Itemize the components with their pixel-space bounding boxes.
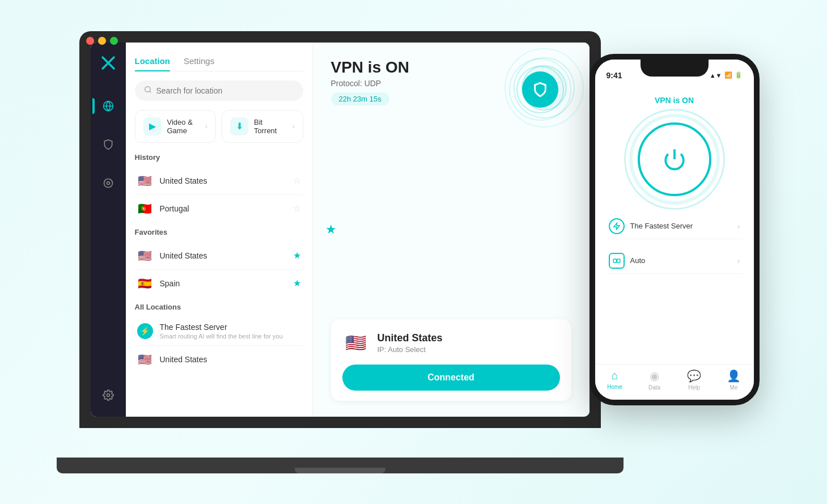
svg-point-4 xyxy=(107,393,109,396)
video-game-icon: ▶ xyxy=(143,117,162,135)
sidebar-item-dns[interactable] xyxy=(97,172,120,194)
phone-nav-me-label: Me xyxy=(730,384,738,391)
portugal-flag-history: 🇵🇹 xyxy=(137,201,153,217)
phone-fastest-server-arrow-icon: › xyxy=(737,222,740,231)
history-item-us[interactable]: 🇺🇸 United States ☆ xyxy=(135,167,303,195)
phone-auto-arrow-icon: › xyxy=(737,256,740,265)
phone-nav-home[interactable]: ⌂ Home xyxy=(595,369,635,391)
fastest-server-row[interactable]: ⚡ The Fastest Server Smart routing AI wi… xyxy=(135,317,303,346)
us-name-all: United States xyxy=(160,355,301,364)
laptop-body: Location Settings xyxy=(79,31,601,428)
traffic-lights xyxy=(86,37,118,45)
portugal-star-history[interactable]: ☆ xyxy=(293,203,301,214)
phone-power-inner xyxy=(638,122,711,196)
us-name-history: United States xyxy=(160,176,286,185)
bittorrent-arrow-icon: › xyxy=(292,122,295,130)
favorites-item-us[interactable]: 🇺🇸 United States ★ xyxy=(135,242,303,270)
sidebar-item-locations[interactable] xyxy=(97,95,120,117)
phone-power-button[interactable] xyxy=(649,134,700,185)
laptop: Location Settings xyxy=(79,31,601,473)
connection-details: United States IP: Auto Select xyxy=(378,332,560,354)
fastest-server-title: The Fastest Server xyxy=(160,323,301,332)
all-locations-us-partial[interactable]: 🇺🇸 United States xyxy=(135,346,303,373)
filter-bittorrent[interactable]: ⬇ Bit Torrent › xyxy=(222,110,303,143)
phone-nav-data[interactable]: ◉ Data xyxy=(635,369,675,391)
traffic-light-green[interactable] xyxy=(110,37,118,45)
phone-screen: 9:41 ▲▼ 📶 🔋 VPN is ON xyxy=(595,60,754,400)
svg-rect-10 xyxy=(617,259,620,262)
phone-nav-data-label: Data xyxy=(648,384,660,391)
left-panel: Location Settings xyxy=(126,43,313,417)
sidebar-item-settings[interactable] xyxy=(97,384,120,406)
connection-country: United States xyxy=(378,332,560,344)
phone-vpn-label: VPN is ON xyxy=(655,96,694,105)
search-icon xyxy=(144,86,152,96)
shield-circle xyxy=(522,71,558,108)
svg-point-3 xyxy=(104,179,112,187)
phone-auto-icon xyxy=(609,253,625,269)
us-name-fav: United States xyxy=(160,251,286,260)
phone: 9:41 ▲▼ 📶 🔋 VPN is ON xyxy=(589,54,760,405)
video-game-arrow-icon: › xyxy=(205,122,207,130)
phone-auto-row[interactable]: Auto › xyxy=(607,248,743,274)
phone-fastest-server-icon xyxy=(609,218,625,234)
spain-star-fav[interactable]: ★ xyxy=(293,278,301,289)
favorites-item-spain[interactable]: 🇪🇸 Spain ★ xyxy=(135,270,303,297)
phone-time: 9:41 xyxy=(607,71,622,80)
laptop-base xyxy=(57,458,624,473)
help-icon: 💬 xyxy=(687,369,701,383)
phone-notch xyxy=(641,60,709,77)
svg-point-2 xyxy=(107,181,109,184)
spain-name-fav: Spain xyxy=(160,279,286,288)
phone-auto-label: Auto xyxy=(630,256,732,265)
app-main: Location Settings xyxy=(126,43,589,417)
fastest-server-icon: ⚡ xyxy=(137,323,153,339)
profile-icon: 👤 xyxy=(727,369,741,383)
us-star-history[interactable]: ☆ xyxy=(293,175,301,186)
phone-content: VPN is ON xyxy=(595,84,754,364)
svg-line-6 xyxy=(149,91,151,92)
phone-fastest-server-row[interactable]: The Fastest Server › xyxy=(607,214,743,239)
filter-video-game-label: Video & Game xyxy=(167,118,200,135)
tab-location[interactable]: Location xyxy=(135,52,171,71)
us-flag-all: 🇺🇸 xyxy=(137,351,153,367)
vpn-info: VPN is ON Protocol: UDP 22h 23m 15s xyxy=(331,58,409,105)
all-locations-section: All Locations ⚡ The Fastest Server Smart… xyxy=(135,303,303,373)
phone-nav-me[interactable]: 👤 Me xyxy=(714,369,754,391)
search-input[interactable] xyxy=(156,86,294,95)
filter-video-game[interactable]: ▶ Video & Game › xyxy=(135,110,217,143)
history-item-portugal[interactable]: 🇵🇹 Portugal ☆ xyxy=(135,195,303,222)
history-title: History xyxy=(135,153,303,162)
favorites-title: Favorites xyxy=(135,228,303,236)
sidebar-item-security[interactable] xyxy=(97,133,120,156)
bittorrent-icon: ⬇ xyxy=(230,117,248,135)
phone-status-icons: ▲▼ 📶 🔋 xyxy=(710,71,743,79)
phone-nav-help[interactable]: 💬 Help xyxy=(675,369,714,391)
tabs-bar: Location Settings xyxy=(135,52,303,71)
connected-button[interactable]: Connected xyxy=(342,365,560,391)
phone-bottom-nav: ⌂ Home ◉ Data 💬 Help 👤 Me xyxy=(595,364,754,400)
shield-container xyxy=(509,58,571,121)
traffic-light-red[interactable] xyxy=(86,37,94,45)
phone-nav-home-label: Home xyxy=(607,384,622,390)
tab-settings[interactable]: Settings xyxy=(184,52,214,71)
phone-nav-help-label: Help xyxy=(688,384,700,391)
portugal-name-history: Portugal xyxy=(160,204,286,213)
phone-fastest-server-label: The Fastest Server xyxy=(630,222,732,230)
vpn-protocol: Protocol: UDP xyxy=(331,79,409,88)
traffic-light-yellow[interactable] xyxy=(98,37,106,45)
connection-info: 🇺🇸 United States IP: Auto Select xyxy=(342,329,560,357)
data-icon: ◉ xyxy=(650,369,659,383)
us-flag-history: 🇺🇸 xyxy=(137,173,153,189)
connection-card: 🇺🇸 United States IP: Auto Select Connect… xyxy=(331,319,571,401)
vpn-title: VPN is ON xyxy=(331,58,409,77)
svg-marker-8 xyxy=(613,223,620,230)
svg-point-5 xyxy=(145,86,150,91)
history-section: History 🇺🇸 United States ☆ 🇵🇹 Portugal ☆ xyxy=(135,153,303,222)
battery-icon: 🔋 xyxy=(735,71,743,79)
quick-filters: ▶ Video & Game › ⬇ Bit Torrent › xyxy=(135,110,303,143)
app-sidebar xyxy=(91,43,126,417)
right-panel: VPN is ON Protocol: UDP 22h 23m 15s xyxy=(313,43,589,417)
us-star-fav[interactable]: ★ xyxy=(293,250,301,261)
search-box[interactable] xyxy=(135,81,303,101)
